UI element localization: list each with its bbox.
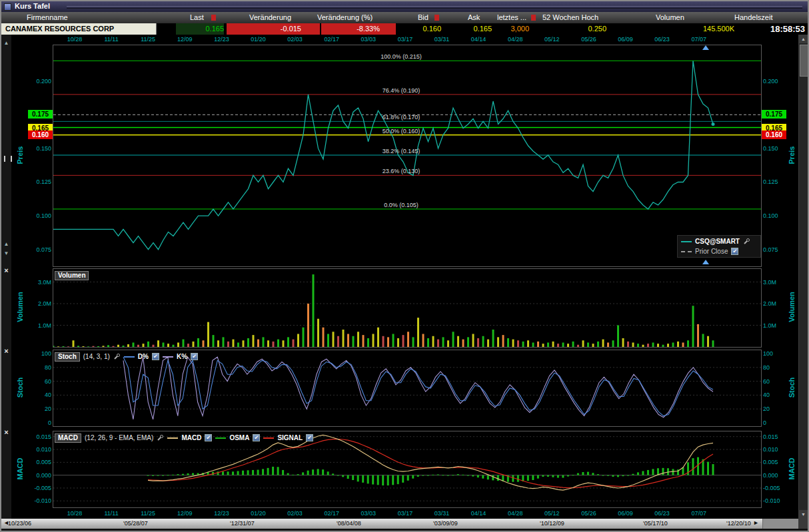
axis-tick-label: -0.010 xyxy=(28,497,51,504)
axis-tick-label: -0.005 xyxy=(28,485,51,491)
col-firmenname[interactable]: Firmenname xyxy=(27,13,68,21)
k-percent-checkbox[interactable] xyxy=(191,353,198,360)
wrench-icon[interactable] xyxy=(113,353,121,360)
osma-checkbox[interactable] xyxy=(253,434,260,441)
wrench-icon[interactable] xyxy=(743,238,750,245)
title-bar[interactable]: Kurs Tafel xyxy=(1,1,808,12)
date-axis-label: 04/14 xyxy=(471,36,486,43)
column-header-row: Firmenname Last Veränderung Veränderung … xyxy=(1,12,808,24)
pane-grip-icon[interactable] xyxy=(4,156,12,162)
axis-tick-label: 60 xyxy=(763,378,786,385)
cell-handelszeit[interactable]: 18:58:53 xyxy=(740,23,805,35)
date-axis-label: 10/28 xyxy=(67,510,83,517)
signal-line-sample xyxy=(263,437,274,439)
stoch-panel-title[interactable]: Stoch xyxy=(55,352,80,362)
price-chart[interactable] xyxy=(53,45,762,267)
signal-checkbox[interactable] xyxy=(306,434,313,441)
axis-tick-label: 0.100 xyxy=(28,212,51,219)
cell-ask[interactable]: 0.165 xyxy=(449,23,492,35)
fib-level-label: 23.6% (0.130) xyxy=(383,168,420,174)
pane-down-icon[interactable]: ▼ xyxy=(2,250,11,256)
cell-veraenderung-pct[interactable]: -8.33% xyxy=(321,23,396,35)
volume-axis-title-left: Volumen xyxy=(16,280,24,334)
macd-checkbox[interactable] xyxy=(205,434,212,441)
axis-tick-label: 0.005 xyxy=(28,459,51,465)
scrollbar-date-label: '03/09/09 xyxy=(433,520,458,527)
col-letztes[interactable]: letztes ... xyxy=(497,13,526,21)
col-handelszeit[interactable]: Handelszeit xyxy=(734,13,772,21)
cell-volumen[interactable]: 145.500K xyxy=(668,23,734,35)
scroll-marker-down-icon[interactable] xyxy=(702,260,709,264)
date-axis-label: 10/28 xyxy=(67,36,83,43)
window-title: Kurs Tafel xyxy=(15,2,50,10)
date-axis-label: 03/03 xyxy=(361,510,377,517)
date-axis-label: 04/28 xyxy=(508,510,523,517)
volume-panel-title[interactable]: Volumen xyxy=(55,271,89,280)
vertical-scrollbar-thumb[interactable] xyxy=(800,45,808,77)
d-percent-checkbox[interactable] xyxy=(152,353,159,360)
date-axis-label: 02/03 xyxy=(287,510,303,517)
wrench-icon[interactable] xyxy=(157,434,164,441)
scrollbar-down-arrow-icon[interactable]: ▼ xyxy=(799,510,808,519)
volume-axis-title-right: Volumen xyxy=(788,280,796,334)
axis-tick-label: 0.125 xyxy=(763,178,786,185)
scrollbar-right-arrow-icon[interactable]: ► xyxy=(753,519,759,526)
prior-close-checkbox[interactable] xyxy=(731,248,738,255)
pane-up-icon[interactable]: ▲ xyxy=(2,241,11,247)
cell-veraenderung[interactable]: -0.015 xyxy=(227,23,320,35)
scrollbar-date-label: '08/04/08 xyxy=(337,520,361,527)
col-ask[interactable]: Ask xyxy=(468,13,480,21)
d-percent-label: D% xyxy=(138,353,149,360)
cell-bid[interactable]: 0.160 xyxy=(400,23,441,35)
quote-row[interactable]: CANAMEX RESOURCES CORP 0.165 -0.015 -8.3… xyxy=(1,23,808,35)
alert-marker-icon xyxy=(434,15,439,21)
date-axis-label: 02/17 xyxy=(324,510,339,517)
cell-last[interactable]: 0.165 xyxy=(176,23,224,35)
macd-axis-title-left: MACD xyxy=(16,442,24,495)
stoch-params: (14, 3, 1) xyxy=(83,353,110,360)
date-axis-label: 06/09 xyxy=(618,36,633,43)
col-last[interactable]: Last xyxy=(190,13,204,21)
cell-letztes[interactable]: 3,000 xyxy=(494,23,529,35)
signal-label: SIGNAL xyxy=(277,434,303,441)
macd-panel-title[interactable]: MACD xyxy=(55,433,81,443)
col-volumen[interactable]: Volumen xyxy=(656,13,684,21)
date-axis-label: 04/28 xyxy=(508,36,523,43)
scrollbar-date-label: '05/17/10 xyxy=(643,520,668,527)
scrollbar-up-arrow-icon[interactable]: ▲ xyxy=(799,35,808,43)
scroll-marker-up-icon[interactable] xyxy=(702,45,709,50)
axis-tick-label: 1.0M xyxy=(763,322,786,329)
axis-tick-label: 0.125 xyxy=(28,178,51,185)
axis-tick-label: 0.015 xyxy=(28,433,51,440)
resize-grip[interactable] xyxy=(798,519,808,529)
window-icon xyxy=(4,3,11,11)
col-veraenderung[interactable]: Veränderung xyxy=(249,13,291,21)
close-macd-panel-button[interactable]: × xyxy=(2,428,11,437)
col-52-wochen-hoch[interactable]: 52 Wochen Hoch xyxy=(542,13,598,21)
cell-52-wochen-hoch[interactable]: 0.250 xyxy=(548,23,606,35)
date-axis-label: 11/11 xyxy=(105,510,119,517)
axis-tick-label: 0.200 xyxy=(763,78,786,85)
close-volume-panel-button[interactable]: × xyxy=(2,266,11,275)
axis-tick-label: 3.0M xyxy=(28,279,51,286)
volume-chart[interactable] xyxy=(53,268,762,348)
date-axis-label: 12/09 xyxy=(177,36,193,43)
cell-firmenname[interactable]: CANAMEX RESOURCES CORP xyxy=(1,23,157,35)
axis-tick-label: 80 xyxy=(763,364,786,371)
close-stoch-panel-button[interactable]: × xyxy=(2,347,11,356)
price-tag: 0.175 xyxy=(28,110,53,119)
stoch-axis-title-left: Stoch xyxy=(16,361,24,414)
scroll-up-icon[interactable]: ▲ xyxy=(2,40,11,46)
axis-tick-label: 0.010 xyxy=(763,446,786,453)
date-axis-label: 03/31 xyxy=(434,36,450,43)
col-bid[interactable]: Bid xyxy=(418,13,428,21)
scrollbar-date-label: '05/28/07 xyxy=(123,520,148,527)
vertical-scrollbar[interactable]: ▲ ▼ xyxy=(798,35,808,519)
volume-panel-header: Volumen xyxy=(55,270,89,280)
col-veraenderung-pct[interactable]: Veränderung (%) xyxy=(317,13,373,21)
axis-tick-label: 0 xyxy=(763,419,786,426)
horizontal-scrollbar[interactable]: ◄ ► 10/23/06'05/28/07'12/31/07'08/04/08'… xyxy=(1,519,798,529)
scrollbar-track-tail[interactable] xyxy=(762,519,799,529)
stoch-axis-title-right: Stoch xyxy=(788,361,796,414)
date-axis-label: 01/20 xyxy=(251,36,266,43)
